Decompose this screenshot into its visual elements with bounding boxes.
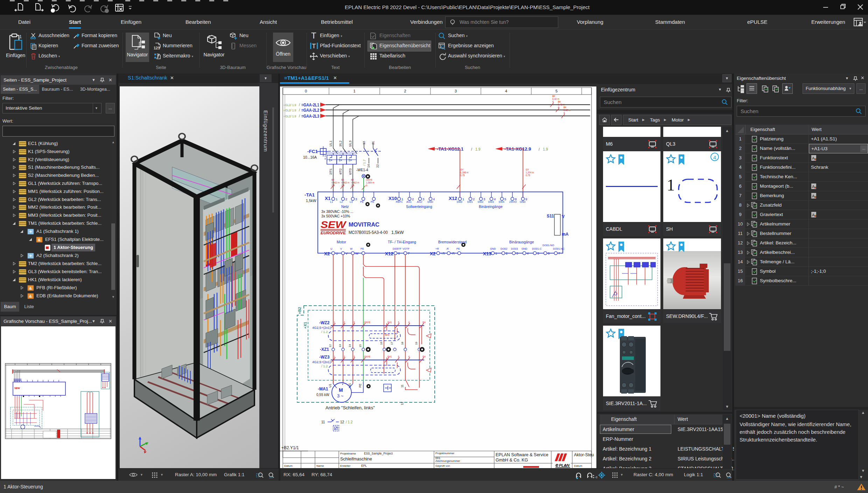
svg-text:+B2.Y1/1: +B2.Y1/1 — [281, 445, 299, 450]
svg-text:-XZ1: -XZ1 — [320, 347, 329, 352]
svg-text:Datum: Datum — [284, 464, 293, 467]
svg-text:Projektnummer: Projektnummer — [435, 452, 455, 455]
svg-text:11: 11 — [321, 420, 325, 424]
svg-text:/ 1.2: / 1.2 — [321, 364, 328, 368]
svg-text:PE: PE — [358, 383, 362, 388]
svg-text:/ 1.2: / 1.2 — [321, 330, 328, 334]
svg-text:&: & — [29, 286, 32, 290]
svg-text:14: 14 — [348, 344, 351, 347]
svg-text:Name: Name — [316, 464, 324, 467]
svg-text:EPLAN Software & Service: EPLAN Software & Service — [496, 452, 548, 457]
svg-text:-WZ2: -WZ2 — [319, 320, 330, 325]
svg-text:ESS_Sample_Project: ESS_Sample_Project — [364, 452, 393, 455]
svg-text:-WZ3: -WZ3 — [319, 355, 330, 360]
svg-text:&: & — [38, 238, 41, 242]
svg-text:SH1: SH1 — [387, 321, 392, 324]
svg-text:15: 15 — [359, 344, 362, 347]
svg-text:17: 17 — [390, 342, 393, 345]
svg-text:11: 11 — [400, 384, 404, 388]
svg-text:/ 1.2: / 1.2 — [346, 420, 353, 424]
svg-text:+X1: +X1 — [303, 322, 307, 329]
svg-text:Ersteller: Ersteller — [340, 464, 351, 467]
svg-text:Schleifmaschine: Schleifmaschine — [340, 457, 372, 461]
svg-text:12: 12 — [564, 464, 567, 467]
svg-text:SEW: SEW — [14, 387, 20, 389]
svg-text:M: M — [339, 387, 343, 393]
svg-text:GNYE: GNYE — [364, 321, 371, 324]
svg-text:123: 123 — [154, 46, 160, 50]
svg-text:2: 2 — [344, 321, 345, 324]
svg-text:5: 5 — [398, 355, 399, 358]
svg-text:16: 16 — [380, 342, 383, 345]
svg-text:&: & — [29, 294, 32, 298]
svg-text:5: 5 — [398, 321, 399, 324]
svg-text:12: 12 — [340, 420, 344, 424]
svg-text:T: T — [311, 32, 316, 40]
svg-text:SH1: SH1 — [385, 334, 390, 336]
svg-text:100: 100 — [269, 476, 273, 479]
svg-text:1: 1 — [334, 355, 335, 358]
svg-text:-MA1: -MA1 — [318, 387, 328, 391]
svg-text:3: 3 — [354, 321, 355, 324]
svg-text:Geprüft von: Geprüft von — [435, 464, 450, 467]
svg-text:+B2: +B2 — [298, 307, 302, 314]
svg-text:Zeichnungsnummer: Zeichnungsnummer — [435, 459, 460, 463]
svg-text:6: 6 — [408, 321, 410, 324]
svg-text:19: 19 — [415, 342, 418, 345]
svg-text:GNYE: GNYE — [364, 355, 371, 358]
svg-text:0,55 kW: 0,55 kW — [316, 393, 329, 397]
svg-text:EPL: EPL — [361, 464, 367, 467]
svg-text:3 ~: 3 ~ — [337, 393, 344, 398]
svg-text:12: 12 — [329, 344, 332, 347]
svg-text:1: 1 — [334, 321, 335, 324]
svg-text:-8: -8 — [595, 475, 597, 479]
svg-text:SH: SH — [422, 355, 426, 358]
svg-text:6: 6 — [408, 355, 410, 358]
svg-text:13: 13 — [338, 344, 342, 347]
svg-text:SH1: SH1 — [387, 355, 392, 358]
svg-text:Datum: Datum — [574, 464, 582, 467]
svg-text:Aktor-Steu: Aktor-Steu — [574, 452, 594, 457]
svg-text:2: 2 — [344, 355, 345, 358]
svg-text:3: 3 — [354, 355, 355, 358]
svg-text:e: e — [555, 462, 558, 468]
svg-text:GmbH & Co. KG: GmbH & Co. KG — [496, 458, 528, 463]
svg-text:4G2,5+(2x1): 4G2,5+(2x1) — [312, 326, 331, 329]
svg-text:SH: SH — [422, 321, 426, 324]
svg-text:4G2,5+(2x1): 4G2,5+(2x1) — [312, 360, 331, 364]
svg-text:Antrieb "Schleifen, links": Antrieb "Schleifen, links" — [326, 405, 375, 410]
svg-text:Projektname: Projektname — [340, 452, 356, 455]
svg-text:12: 12 — [400, 402, 404, 405]
svg-text:T: T — [312, 42, 316, 50]
svg-text:U1: U1 — [328, 384, 332, 388]
svg-text:100: 100 — [727, 476, 731, 479]
svg-text:18: 18 — [401, 342, 404, 345]
svg-text:1: 1 — [19, 34, 22, 39]
